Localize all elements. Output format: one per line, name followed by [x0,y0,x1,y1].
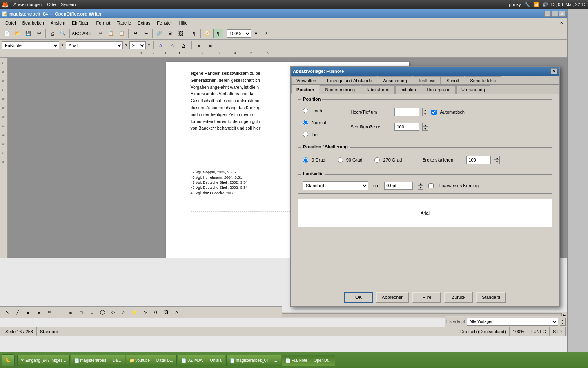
tab-tabulatoren[interactable]: Tabulatoren [361,85,395,94]
table-button[interactable]: ⊞ [165,29,175,38]
spell-button[interactable]: ABC [71,29,81,38]
taskbar-app-1[interactable]: 📄 magisterarbeit — Da... [71,355,125,366]
schriftgroesse-down[interactable]: ▼ [422,127,428,131]
image-insert-tool[interactable]: 🖼 [161,308,171,317]
zoom-button[interactable]: ▼ [252,29,260,38]
size-select[interactable]: 9 [129,41,146,49]
menu-ansicht[interactable]: Ansicht [47,20,69,26]
menu-orte[interactable]: Orte [47,2,56,7]
triangle-tool[interactable]: △ [119,308,129,317]
rotation-270-radio[interactable] [374,157,380,163]
help-button[interactable]: ? [261,29,271,38]
tab-ausrichtung[interactable]: Ausrichtung [378,76,412,84]
menu-extras[interactable]: Extras [134,20,154,26]
system-icon-volume[interactable]: 🔊 [542,2,548,7]
fontwork-tool[interactable]: A [172,308,182,317]
ellipse-tool[interactable]: ● [34,308,44,317]
menu-hilfe[interactable]: Hilfe [176,20,191,26]
caption-tool[interactable]: ≡ [66,308,76,317]
redo-button[interactable]: ↪ [141,29,151,38]
automatisch-checkbox[interactable] [431,110,437,115]
open-button[interactable]: 📂 [13,29,22,38]
system-icon-network[interactable]: 📶 [533,2,539,7]
styles-button[interactable]: ¶ [213,29,223,38]
circle-tool[interactable]: ○ [87,308,97,317]
bold-button[interactable]: A [156,41,166,50]
hyperlink-button[interactable]: 🔗 [154,29,164,38]
text-tool[interactable]: T [55,308,65,317]
rect-outline-tool[interactable]: □ [76,308,86,317]
tab-verwalten[interactable]: Verwalten [291,76,321,84]
tab-hintergrund[interactable]: Hintergrund [422,85,456,94]
breite-down[interactable]: ▼ [494,160,500,164]
taskbar-app-3[interactable]: 📄 02. MJA. — Uhlala [178,355,225,366]
new-button[interactable]: 📄 [2,29,12,38]
menu-close-button[interactable]: × [557,20,566,26]
breite-up[interactable]: ▲ [494,156,500,160]
menu-fenster[interactable]: Fenster [154,20,175,26]
hoch-tief-up[interactable]: ▲ [422,108,428,112]
kerning-checkbox[interactable] [428,183,434,188]
spell2-button[interactable]: ABC [82,29,92,38]
navigator-button[interactable]: 🧭 [203,29,212,38]
save-button[interactable]: 💾 [23,29,33,38]
connector-tool[interactable]: ⟨⟩ [151,308,160,317]
align-left-button[interactable]: ≡ [194,41,204,50]
polygon-tool[interactable]: ◇ [108,308,118,317]
taskbar-app-0[interactable]: ✉ Eingang (947 insges... [17,355,70,366]
listbox-scroll[interactable]: ▲▼ [560,318,566,326]
um-up[interactable]: ▲ [418,182,423,186]
style-select[interactable]: Fußnote [2,41,59,49]
select-tool[interactable]: ↖ [2,308,12,317]
mail-button[interactable]: ✉ [34,29,44,38]
maximize-button[interactable]: □ [552,11,558,17]
print-button[interactable]: 🖨 [47,29,57,38]
cut-button[interactable]: ✂ [96,29,105,38]
menu-anwendungen[interactable]: Anwendungen [13,2,42,7]
dialog-close-button[interactable]: × [551,68,557,74]
position-hoch-radio[interactable] [303,108,308,113]
close-button[interactable]: × [559,11,566,17]
tab-umrandung[interactable]: Umrandung [456,85,490,94]
um-down[interactable]: ▼ [418,186,423,190]
rotation-90-radio[interactable] [338,157,343,163]
undo-button[interactable]: ↩ [130,29,140,38]
menu-datei[interactable]: Datei [2,20,19,26]
underline-button[interactable]: A [179,41,189,50]
menu-bearbeiten[interactable]: Bearbeiten [19,20,47,26]
laufweite-select[interactable]: Standard Erweitert Schmal [303,181,368,190]
taskbar-app-2[interactable]: 📁 youtube — Datei-B... [126,355,177,366]
taskbar-app-5[interactable]: 📄 FußNote — OpenOf... [282,355,335,366]
um-input[interactable] [384,182,413,190]
styles-listbox[interactable]: Alle Vorlagen [467,318,558,326]
ok-button[interactable]: OK [344,292,373,303]
copy-button[interactable]: 📋 [106,29,116,38]
hoch-tief-input[interactable] [394,108,419,116]
hilfe-button[interactable]: Hilfe [412,292,441,303]
preview-button[interactable]: 🔍 [58,29,68,38]
menu-einfuegen[interactable]: Einfügen [69,20,93,26]
position-tief-radio[interactable] [303,132,308,137]
breite-input[interactable] [466,156,491,164]
menu-tabelle[interactable]: Tabelle [114,20,134,26]
tab-schrifteffekte[interactable]: Schrifteffekte [465,76,501,84]
taskbar-app-4[interactable]: 📄 magisterarbeit_04 —... [226,355,281,366]
menu-format[interactable]: Format [93,20,114,26]
schriftgroesse-input[interactable] [394,123,419,131]
tab-einzuege[interactable]: Einzüge und Abstände [322,76,377,84]
tab-position[interactable]: Position [291,85,319,94]
standard-button[interactable]: Standard [476,292,506,303]
star-tool[interactable]: ⭐ [129,308,139,317]
italic-button[interactable]: A [167,41,177,50]
menu-system[interactable]: System [61,2,76,7]
minimize-button[interactable]: _ [544,11,551,17]
line-tool[interactable]: ╱ [13,308,22,317]
curve-tool[interactable]: ∿ [140,308,150,317]
arc-tool[interactable]: ◯ [98,308,107,317]
tab-nummerierung[interactable]: Nummerierung [320,85,360,94]
tab-initialen[interactable]: Initialen [395,85,421,94]
formatting-marks-button[interactable]: ¶ [189,29,199,38]
tab-textfluss[interactable]: Textfluss [413,76,441,84]
zoom-select[interactable]: 100% [227,29,251,38]
abbrechen-button[interactable]: Abbrechen [376,292,409,303]
